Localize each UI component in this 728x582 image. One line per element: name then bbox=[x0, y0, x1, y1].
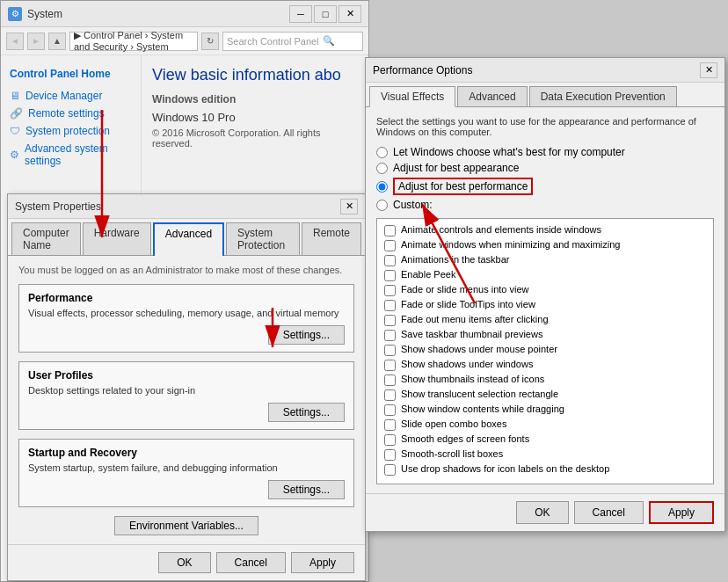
custom-effect-checkbox-16[interactable] bbox=[384, 464, 396, 476]
sidebar-item-label: System protection bbox=[25, 125, 110, 137]
custom-effect-label: Animate controls and elements inside win… bbox=[401, 224, 601, 235]
custom-effect-item: Show shadows under mouse pointer bbox=[384, 344, 706, 356]
performance-settings-button[interactable]: Settings... bbox=[268, 325, 345, 345]
custom-effect-checkbox-3[interactable] bbox=[384, 270, 396, 281]
custom-effect-item: Animations in the taskbar bbox=[384, 254, 706, 266]
perf-tab-advanced[interactable]: Advanced bbox=[457, 86, 527, 106]
radio-best-performance-input[interactable] bbox=[376, 181, 388, 193]
perf-description: Select the settings you want to use for … bbox=[376, 116, 714, 137]
custom-effect-item: Show translucent selection rectangle bbox=[384, 389, 706, 401]
sys-props-apply-button[interactable]: Apply bbox=[291, 552, 354, 573]
custom-effect-checkbox-11[interactable] bbox=[384, 389, 396, 401]
startup-recovery-desc: System startup, system failure, and debu… bbox=[28, 462, 345, 473]
main-title: View basic information abo bbox=[152, 66, 358, 84]
custom-effect-item: Use drop shadows for icon labels on the … bbox=[384, 463, 706, 476]
custom-effect-item: Fade out menu items after clicking bbox=[384, 314, 706, 326]
search-icon: 🔍 bbox=[323, 35, 335, 47]
custom-effect-item: Animate windows when minimizing and maxi… bbox=[384, 239, 706, 251]
custom-effect-label: Show shadows under windows bbox=[401, 359, 533, 369]
radio-custom: Custom: bbox=[376, 199, 714, 211]
tab-remote[interactable]: Remote bbox=[302, 222, 361, 255]
custom-effect-label: Smooth-scroll list boxes bbox=[401, 448, 503, 459]
custom-effect-label: Fade or slide menus into view bbox=[401, 284, 529, 295]
performance-options-dialog: Performance Options ✕ Visual Effects Adv… bbox=[365, 57, 725, 532]
custom-effect-item: Save taskbar thumbnail previews bbox=[384, 329, 706, 341]
windows-edition-section: Windows edition Windows 10 Pro © 2016 Mi… bbox=[152, 93, 358, 149]
custom-effect-checkbox-14[interactable] bbox=[384, 434, 396, 446]
performance-section: Performance Visual effects, processor sc… bbox=[18, 284, 354, 353]
custom-effect-checkbox-7[interactable] bbox=[384, 330, 396, 341]
user-profiles-label: User Profiles bbox=[28, 369, 345, 382]
sys-props-title-bar: System Properties ✕ bbox=[8, 194, 365, 219]
custom-effect-item: Fade or slide ToolTips into view bbox=[384, 299, 706, 311]
perf-cancel-button[interactable]: Cancel bbox=[574, 501, 644, 524]
sidebar-item-label: Remote settings bbox=[28, 107, 105, 120]
custom-effect-label: Fade or slide ToolTips into view bbox=[401, 299, 535, 309]
search-bar[interactable]: Search Control Panel 🔍 bbox=[222, 32, 363, 51]
radio-best-appearance: Adjust for best appearance bbox=[376, 162, 714, 174]
sys-props-close-button[interactable]: ✕ bbox=[340, 199, 358, 215]
perf-tab-visual-effects[interactable]: Visual Effects bbox=[369, 86, 455, 107]
custom-effect-checkbox-6[interactable] bbox=[384, 315, 396, 326]
perf-dialog-close-button[interactable]: ✕ bbox=[700, 62, 717, 78]
custom-effect-checkbox-5[interactable] bbox=[384, 300, 396, 311]
system-properties-dialog: System Properties ✕ Computer Name Hardwa… bbox=[7, 193, 366, 581]
custom-effect-checkbox-8[interactable] bbox=[384, 345, 396, 356]
custom-effect-item: Smooth-scroll list boxes bbox=[384, 448, 706, 461]
custom-effect-checkbox-12[interactable] bbox=[384, 404, 396, 416]
back-button[interactable]: ◄ bbox=[6, 33, 24, 50]
address-bar[interactable]: ▶ Control Panel › System and Security › … bbox=[69, 32, 198, 51]
radio-best-appearance-input[interactable] bbox=[376, 163, 388, 174]
sidebar-item-advanced[interactable]: ⚙ Advanced system settings bbox=[1, 140, 141, 170]
refresh-button[interactable]: ↻ bbox=[201, 33, 219, 50]
system-window-icon: ⚙ bbox=[8, 7, 22, 21]
sys-props-title: System Properties bbox=[15, 200, 101, 213]
custom-effect-label: Show translucent selection rectangle bbox=[401, 389, 558, 399]
startup-recovery-settings-button[interactable]: Settings... bbox=[268, 480, 345, 499]
custom-effect-checkbox-9[interactable] bbox=[384, 360, 396, 371]
tab-system-protection[interactable]: System Protection bbox=[226, 222, 300, 255]
radio-let-windows-input[interactable] bbox=[376, 147, 388, 158]
user-profiles-settings-button[interactable]: Settings... bbox=[268, 403, 345, 422]
perf-tab-dep[interactable]: Data Execution Prevention bbox=[529, 86, 677, 106]
custom-effect-label: Use drop shadows for icon labels on the … bbox=[401, 463, 609, 474]
maximize-button[interactable]: □ bbox=[314, 5, 337, 23]
tab-computer-name[interactable]: Computer Name bbox=[11, 222, 81, 255]
sidebar-item-system-protection[interactable]: 🛡 System protection bbox=[1, 122, 141, 140]
system-title-bar: ⚙ System ─ □ ✕ bbox=[1, 1, 368, 27]
forward-button[interactable]: ► bbox=[27, 33, 45, 50]
custom-effect-checkbox-13[interactable] bbox=[384, 419, 396, 431]
remote-settings-icon: 🔗 bbox=[10, 107, 23, 120]
system-protection-icon: 🛡 bbox=[10, 125, 20, 137]
sidebar-item-remote-settings[interactable]: 🔗 Remote settings bbox=[1, 105, 141, 122]
tab-hardware[interactable]: Hardware bbox=[83, 222, 151, 255]
sidebar-item-label: Advanced system settings bbox=[25, 142, 132, 167]
radio-custom-input[interactable] bbox=[376, 200, 388, 211]
custom-effect-checkbox-1[interactable] bbox=[384, 240, 396, 251]
env-vars-button[interactable]: Environment Variables... bbox=[114, 516, 258, 535]
perf-dialog-title-bar: Performance Options ✕ bbox=[366, 58, 724, 83]
minimize-button[interactable]: ─ bbox=[289, 5, 312, 23]
sidebar-home[interactable]: Control Panel Home bbox=[1, 64, 141, 87]
custom-effect-checkbox-0[interactable] bbox=[384, 225, 396, 236]
custom-effect-checkbox-2[interactable] bbox=[384, 255, 396, 266]
up-button[interactable]: ▲ bbox=[48, 33, 66, 50]
sidebar-item-device-manager[interactable]: 🖥 Device Manager bbox=[1, 87, 141, 105]
search-placeholder: Search Control Panel bbox=[227, 36, 319, 47]
perf-dialog-footer: OK Cancel Apply bbox=[366, 493, 724, 531]
perf-tab-bar: Visual Effects Advanced Data Execution P… bbox=[366, 83, 724, 107]
radio-group: Let Windows choose what's best for my co… bbox=[376, 146, 714, 211]
admin-note: You must be logged on as an Administrato… bbox=[18, 265, 354, 275]
perf-ok-button[interactable]: OK bbox=[516, 501, 568, 524]
custom-effect-checkbox-4[interactable] bbox=[384, 285, 396, 296]
custom-effect-checkbox-15[interactable] bbox=[384, 449, 396, 461]
custom-effect-checkbox-10[interactable] bbox=[384, 375, 396, 386]
custom-effect-item: Fade or slide menus into view bbox=[384, 284, 706, 296]
sys-props-cancel-button[interactable]: Cancel bbox=[216, 552, 286, 573]
performance-desc: Visual effects, processor scheduling, me… bbox=[28, 308, 345, 318]
tab-advanced[interactable]: Advanced bbox=[153, 222, 224, 256]
perf-apply-button[interactable]: Apply bbox=[649, 501, 714, 524]
sys-props-footer: OK Cancel Apply bbox=[8, 544, 365, 580]
close-button[interactable]: ✕ bbox=[339, 5, 361, 23]
sys-props-ok-button[interactable]: OK bbox=[158, 552, 210, 573]
